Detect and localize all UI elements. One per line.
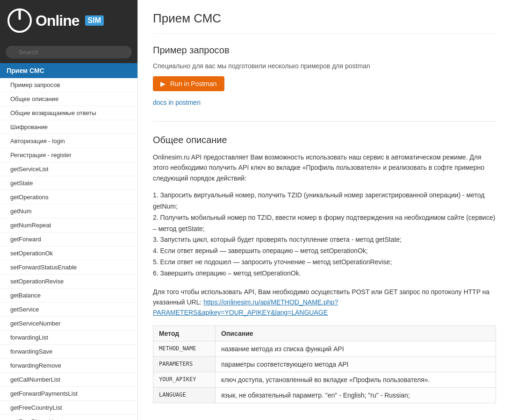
nav-item[interactable]: getOperations: [0, 190, 137, 204]
nav-item[interactable]: getNumRepeat: [0, 218, 137, 232]
step-item: 3. Запустить цикл, который будет проверя…: [153, 234, 496, 246]
nav-item[interactable]: getService: [0, 303, 137, 317]
nav-item[interactable]: setForwardStatusEnable: [0, 261, 137, 275]
sidebar: Online SIM 🔍 Прием СМС Пример запросовОб…: [0, 0, 138, 420]
section-general: Общее описание Onlinesim.ru API предоста…: [153, 135, 496, 403]
nav-item[interactable]: Авторизация - login: [0, 134, 137, 148]
nav-item[interactable]: setOperationRevise: [0, 275, 137, 289]
nav-section-header[interactable]: Прием СМС: [0, 63, 137, 78]
search-input[interactable]: [6, 46, 132, 58]
nav-item[interactable]: getBalance: [0, 289, 137, 303]
page-title: Прием СМС: [153, 11, 496, 34]
nav-list: Прием СМС Пример запросовОбщее описаниеО…: [0, 63, 137, 420]
play-icon: [160, 80, 167, 87]
table-header-desc: Описание: [215, 326, 496, 341]
run-in-postman-button[interactable]: Run in Postman: [153, 76, 224, 91]
logo-area: Online SIM: [0, 0, 137, 41]
table-row: YOUR_APIKEYключ доступа, установленный в…: [153, 372, 496, 387]
table-row: LANGUAGEязык, не обязательный параметр. …: [153, 387, 496, 403]
section-general-title: Общее описание: [153, 135, 496, 145]
nav-item[interactable]: setOperationOk: [0, 246, 137, 261]
nav-item[interactable]: getServiceNumber: [0, 317, 137, 331]
table-cell-desc: язык, не обязательный параметр. "en" - E…: [215, 387, 496, 403]
nav-item[interactable]: getForward: [0, 232, 137, 246]
table-cell-desc: ключ доступа, установленный во вкладке «…: [215, 372, 496, 387]
step-item: 5. Если ответ не подошел — запросить уто…: [153, 257, 496, 268]
nav-item[interactable]: forwardingRemove: [0, 359, 137, 373]
step-item: 1. Запросить виртуальный номер, получить…: [153, 190, 496, 212]
table-cell-desc: название метода из списка функций API: [215, 341, 496, 356]
step-item: 2. Получить мобильный номер по TZID, вве…: [153, 212, 496, 235]
table-row: METHOD_NAMEназвание метода из списка фун…: [153, 341, 496, 356]
step-item: 4. Если ответ верный — завершить операци…: [153, 246, 496, 257]
nav-item[interactable]: Общее описание: [0, 92, 137, 106]
table-cell-method: YOUR_APIKEY: [153, 372, 216, 387]
params-tbody: METHOD_NAMEназвание метода из списка фун…: [153, 341, 496, 403]
nav-item[interactable]: getCallNumberList: [0, 373, 137, 387]
api-url-text: Для того чтобы использовать API, Вам нео…: [153, 287, 496, 318]
docs-in-postmen-link[interactable]: docs in postmen: [153, 99, 496, 106]
general-intro: Onlinesim.ru API предоставляет Вам возмо…: [153, 152, 496, 183]
nav-item[interactable]: Шифрование: [0, 120, 137, 134]
table-cell-method: PARAMETERS: [153, 356, 216, 372]
section-examples-desc: Специально для вас мы подготовили нескол…: [153, 62, 496, 70]
nav-item[interactable]: getFreeCountryList: [0, 401, 137, 415]
divider: [153, 121, 496, 122]
table-header-method: Метод: [153, 326, 216, 341]
nav-item[interactable]: Регистрация - register: [0, 148, 137, 162]
step-item: 6. Завершить операцию – метод setOperati…: [153, 268, 496, 279]
nav-item[interactable]: forwardingSave: [0, 345, 137, 359]
params-table: Метод Описание METHOD_NAMEназвание метод…: [153, 326, 496, 403]
nav-item[interactable]: getForwardPaymentsList: [0, 387, 137, 401]
table-cell-method: LANGUAGE: [153, 387, 216, 403]
search-area: 🔍: [0, 41, 137, 63]
steps-list: 1. Запросить виртуальный номер, получить…: [153, 190, 496, 279]
logo-sim-badge: SIM: [85, 15, 104, 26]
logo-power-icon: [7, 8, 32, 33]
nav-item[interactable]: getState: [0, 176, 137, 190]
nav-item[interactable]: Общие возвращаемые ответы: [0, 106, 137, 120]
nav-item[interactable]: getFreePhoneList: [0, 415, 137, 420]
section-examples-title: Пример запросов: [153, 45, 496, 56]
main-content: Прием СМС Пример запросов Специально для…: [138, 0, 511, 420]
section-examples: Пример запросов Специально для вас мы по…: [153, 45, 496, 106]
nav-item[interactable]: getServiceList: [0, 162, 137, 176]
nav-item[interactable]: getNum: [0, 204, 137, 218]
table-cell-desc: параметры соответствующего метода API: [215, 356, 496, 372]
table-row: PARAMETERSпараметры соответствующего мет…: [153, 356, 496, 372]
btn-postman-label: Run in Postman: [170, 80, 217, 87]
logo-text: Online: [36, 12, 79, 29]
nav-item[interactable]: Пример запросов: [0, 78, 137, 92]
table-cell-method: METHOD_NAME: [153, 341, 216, 356]
nav-item[interactable]: forwardingList: [0, 331, 137, 345]
